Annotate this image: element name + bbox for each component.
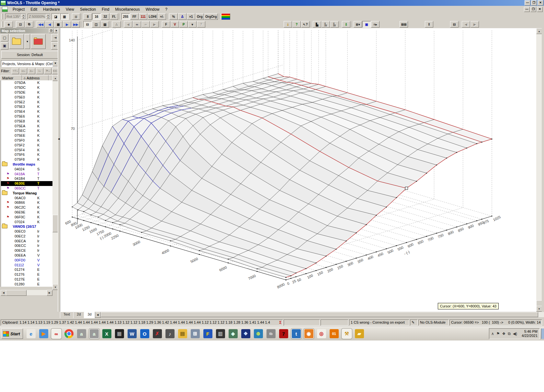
- minimize-icon[interactable]: —: [525, 0, 530, 6]
- pause-button[interactable]: ‖: [425, 21, 433, 28]
- open-project-button[interactable]: [9, 34, 24, 49]
- monitor-f-icon[interactable]: F: [203, 329, 212, 338]
- tree-view-button[interactable]: ⊟: [83, 21, 92, 28]
- save-button[interactable]: ▣: [1, 42, 8, 50]
- p-button[interactable]: P: [179, 21, 188, 28]
- scrollbar-thumb[interactable]: [6, 290, 27, 296]
- mdi-restore-icon[interactable]: ❐: [530, 7, 536, 12]
- scrollbar-thumb[interactable]: [101, 312, 538, 317]
- grid-button[interactable]: ▦: [72, 13, 80, 20]
- f-button[interactable]: F: [162, 21, 170, 28]
- filter-equal-button[interactable]: =?▾: [12, 68, 19, 74]
- tray-volume-icon[interactable]: ◀): [513, 331, 517, 336]
- colors-button[interactable]: [221, 13, 230, 20]
- map-list-row[interactable]: 00EEAV: [1, 253, 53, 258]
- map-list-row[interactable]: 075E0K: [1, 95, 53, 99]
- map-list-row[interactable]: 075ECK: [1, 128, 53, 133]
- menu-edit[interactable]: Edit: [28, 6, 40, 12]
- map-list-row[interactable]: 075EAK: [1, 123, 53, 128]
- map-list-row[interactable]: 075E8K: [1, 119, 53, 123]
- window-pair-button[interactable]: ⧉: [25, 21, 33, 28]
- binary-111-button[interactable]: 111: [139, 13, 147, 20]
- winols-icon[interactable]: ∞: [52, 329, 61, 338]
- nav-left-button[interactable]: ◀: [462, 21, 470, 28]
- scroll-left-icon[interactable]: ◀: [95, 312, 101, 318]
- map-list-row[interactable]: 00ECCIr: [1, 243, 53, 248]
- chart-wizard-3-button[interactable]: ▙: [330, 21, 339, 28]
- map-list-row[interactable]: 075E6K: [1, 114, 53, 119]
- etas-b-icon[interactable]: a: [90, 329, 99, 338]
- tray-collapse-icon[interactable]: ∧: [491, 331, 494, 336]
- start-button[interactable]: Start: [1, 329, 23, 339]
- list-horizontal-scrollbar[interactable]: ◀ ▶: [1, 290, 52, 295]
- map-list-row[interactable]: 075E4K: [1, 109, 53, 114]
- map-list-row[interactable]: ⚑06C2CK: [1, 205, 53, 210]
- sign-button[interactable]: +/-: [158, 13, 166, 20]
- close-icon[interactable]: ✕: [538, 0, 543, 6]
- map-list-row[interactable]: 075F4K: [1, 147, 53, 152]
- panel-restore-button[interactable]: ❐: [49, 29, 53, 33]
- avg-icon[interactable]: ◉: [304, 329, 313, 338]
- map-list-row[interactable]: ⚑041B4T: [1, 176, 53, 181]
- folders-icon[interactable]: ▤: [178, 329, 187, 338]
- width-16-button[interactable]: 16: [92, 13, 101, 20]
- scope-combobox[interactable]: Projects, Versions & Maps: (Ctrl ▼: [1, 60, 59, 67]
- map-list-row[interactable]: ⚑065CCT: [1, 186, 53, 191]
- scroll-view-button[interactable]: ▤: [101, 21, 109, 28]
- map-list-row[interactable]: 00FD0V: [1, 258, 53, 262]
- context-help-button[interactable]: ↖?: [301, 21, 310, 28]
- map-list-row[interactable]: 01280E: [1, 282, 53, 286]
- help-cursor-button[interactable]: ?: [197, 21, 205, 28]
- search-button[interactable]: ∞: [133, 21, 141, 28]
- splitter-collapse-icon[interactable]: ◀: [58, 135, 60, 143]
- org-org-button[interactable]: OrgOrg: [204, 13, 218, 20]
- map-list-row[interactable]: 075EEK: [1, 133, 53, 138]
- map-list-row[interactable]: ⚑06F0CK: [1, 214, 53, 219]
- map-list-row[interactable]: ⚑0630ET: [1, 181, 53, 186]
- map-list-row[interactable]: 075F8K: [1, 157, 53, 162]
- filter-bars-button[interactable]: ııı▾: [20, 68, 27, 74]
- open-dropdown-button[interactable]: ▼: [25, 34, 30, 49]
- chip-2-icon[interactable]: ▥: [216, 329, 225, 338]
- map-list-row[interactable]: 01112V: [1, 262, 53, 267]
- list-mode-button[interactable]: ≣▾: [354, 21, 362, 28]
- map-3d-view[interactable]: 7014060080010001250150017502000225030004…: [60, 28, 536, 312]
- kess-icon[interactable]: ❖: [241, 329, 250, 338]
- show-desktop-button[interactable]: [541, 329, 544, 339]
- map-list-row[interactable]: 0127EE: [1, 277, 53, 282]
- next-map-button[interactable]: ▶: [63, 21, 71, 28]
- globe-lightning-icon[interactable]: ⊕: [254, 329, 263, 338]
- map-list-row[interactable]: 075F0K: [1, 138, 53, 143]
- etas-a-icon[interactable]: a: [77, 329, 86, 338]
- map-list-row[interactable]: 04024S: [1, 167, 53, 171]
- search-forward-button[interactable]: ▶: [150, 21, 159, 28]
- map-list-row[interactable]: 01274E: [1, 267, 53, 272]
- filter-delta-button[interactable]: Δ▾: [28, 68, 35, 74]
- app-red-icon[interactable]: ✗: [153, 329, 162, 338]
- calculator-icon[interactable]: ⊞: [191, 329, 200, 338]
- map-list-row[interactable]: 075F2K: [1, 143, 53, 147]
- project-properties-button[interactable]: ☻: [5, 21, 13, 28]
- nav-right-button[interactable]: ▶: [470, 21, 479, 28]
- gamepad-icon[interactable]: ◆: [229, 329, 238, 338]
- hex-FF-button[interactable]: FF: [130, 13, 139, 20]
- p-menu-button[interactable]: ▾: [188, 21, 197, 28]
- menu-window[interactable]: Window: [143, 6, 163, 12]
- new-window-button[interactable]: ⊡: [16, 21, 25, 28]
- delta-button[interactable]: Δ: [178, 13, 187, 20]
- tab-2d[interactable]: 2d: [73, 312, 84, 318]
- media-player-icon[interactable]: ▶: [39, 329, 48, 338]
- search-gray-button[interactable]: ∞: [142, 21, 150, 28]
- org-button[interactable]: Org: [196, 13, 204, 20]
- list-vertical-scrollbar[interactable]: ▲ ▼: [52, 75, 58, 290]
- tray-flag-icon[interactable]: ⚑: [496, 331, 500, 336]
- scroll-down-icon[interactable]: ▼: [536, 306, 542, 312]
- first-map-button[interactable]: ◀◀: [37, 21, 45, 28]
- menu-view[interactable]: View: [63, 6, 77, 12]
- decimal-255-button[interactable]: 255: [121, 13, 130, 20]
- map-list-row[interactable]: 075DCK: [1, 85, 53, 90]
- map-list-row[interactable]: 075E3K: [1, 104, 53, 109]
- ie-icon[interactable]: e: [27, 329, 36, 338]
- chart-vertical-scrollbar[interactable]: ▲ ▼: [536, 28, 542, 312]
- map-list-row[interactable]: 00ECAIr: [1, 238, 53, 243]
